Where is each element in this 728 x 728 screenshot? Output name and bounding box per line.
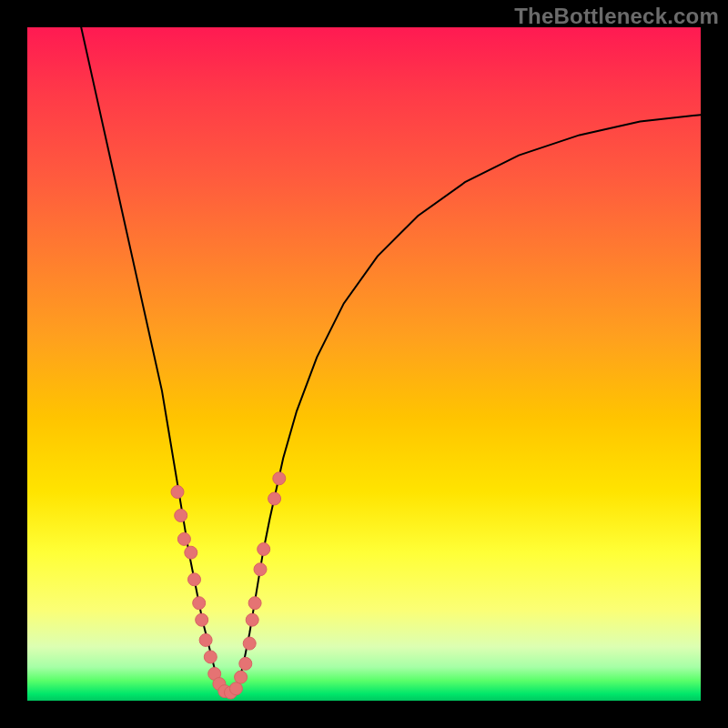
data-point [235, 671, 248, 683]
data-point [185, 546, 197, 559]
data-point [273, 472, 286, 485]
data-point [246, 613, 258, 626]
data-point [239, 657, 252, 670]
data-point [199, 633, 212, 646]
data-point [248, 597, 261, 610]
watermark-text: TheBottleneck.com [514, 4, 719, 29]
chart-overlay [27, 27, 701, 701]
data-point [243, 637, 256, 650]
data-point [175, 510, 187, 522]
data-point [204, 651, 217, 663]
data-point [196, 613, 208, 626]
chart-frame: TheBottleneck.com [0, 0, 728, 728]
data-point [229, 682, 242, 695]
bottleneck-curve-right [229, 115, 701, 693]
data-point [171, 486, 184, 499]
data-point [188, 573, 201, 586]
bottleneck-curve-left [81, 27, 229, 694]
scatter-group [171, 472, 286, 699]
data-point [258, 543, 270, 556]
data-point [268, 492, 281, 505]
data-point [193, 597, 206, 610]
data-point [177, 532, 190, 545]
data-point [254, 563, 267, 576]
